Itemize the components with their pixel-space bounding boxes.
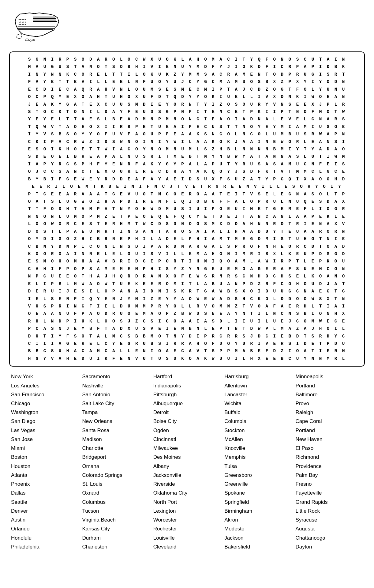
word-item: Pittsburgh xyxy=(151,390,223,399)
word-item: Akron xyxy=(223,515,294,524)
word-item: Spokane xyxy=(223,488,294,497)
word-item: New Haven xyxy=(294,435,365,444)
word-item: Sacramento xyxy=(80,372,151,381)
word-item: Cleveland xyxy=(151,542,223,551)
word-item: Hartford xyxy=(151,372,223,381)
word-item: Dallas xyxy=(9,488,80,497)
word-item: Syracuse xyxy=(294,515,365,524)
word-item: Portland xyxy=(294,426,365,435)
word-item: Des Moines xyxy=(151,453,223,462)
word-item: Austin xyxy=(9,515,80,524)
word-item: Oxnard xyxy=(80,488,151,497)
word-item: San Antonio xyxy=(80,390,151,399)
word-item: Orlando xyxy=(9,524,80,533)
word-item: Portland xyxy=(294,381,365,390)
word-item: Chattanooga xyxy=(294,533,365,542)
word-item: Fresno xyxy=(294,480,365,488)
word-item: Salt Lake City xyxy=(80,399,151,408)
word-item: Birmingham xyxy=(223,507,294,515)
word-item: Provo xyxy=(294,399,365,408)
usa-map-logo: ★★★★★ ★★★★★ ★★★★★ xyxy=(12,9,61,43)
word-item: Phoenix xyxy=(9,480,80,488)
word-column-5: MinneapolisPortlandBaltimoreProvoRaleigh… xyxy=(294,372,365,551)
word-item: Los Angeles xyxy=(9,381,80,390)
word-item: Modesto xyxy=(223,524,294,533)
word-item: Boston xyxy=(9,453,80,462)
word-item: Memphis xyxy=(223,453,294,462)
word-item: Bakersfield xyxy=(223,542,294,551)
word-column-1: New YorkLos AngelesSan FranciscoChicagoW… xyxy=(9,372,80,551)
word-item: Denver xyxy=(9,507,80,515)
word-item: Rochester xyxy=(151,524,223,533)
word-item: El Paso xyxy=(294,444,365,453)
word-item: Charlotte xyxy=(80,444,151,453)
word-item: Greensboro xyxy=(223,471,294,480)
word-item: Grand Rapids xyxy=(294,498,365,507)
word-column-4: HarrisburgAllentownLancasterWichitaBuffa… xyxy=(223,372,294,551)
word-item: Buffalo xyxy=(223,408,294,417)
word-item: Louisville xyxy=(151,533,223,542)
word-item: Springfield xyxy=(223,498,294,507)
word-item: Milwaukee xyxy=(151,444,223,453)
word-item: Albuquerque xyxy=(151,399,223,408)
word-item: Stockton xyxy=(223,426,294,435)
word-item: Oklahoma City xyxy=(151,488,223,497)
word-item: Wichita xyxy=(223,399,294,408)
word-item: Lancaster xyxy=(223,390,294,399)
word-item: North Port xyxy=(151,498,223,507)
word-item: Seattle xyxy=(9,498,80,507)
word-item: Las Vegas xyxy=(9,426,80,435)
word-item: Washington xyxy=(9,408,80,417)
word-item: Palm Bay xyxy=(294,471,365,480)
word-item: Jackson xyxy=(223,533,294,542)
word-item: Albany xyxy=(151,462,223,471)
word-item: Dayton xyxy=(294,542,365,551)
svg-text:★★★★★: ★★★★★ xyxy=(18,23,26,25)
word-item: Santa Rosa xyxy=(80,426,151,435)
word-item: Jacksonville xyxy=(151,471,223,480)
word-item: Worcester xyxy=(151,515,223,524)
svg-text:★★★★★: ★★★★★ xyxy=(18,21,26,23)
word-item: Cincinnati xyxy=(151,435,223,444)
word-item: Providence xyxy=(294,462,365,471)
word-item: Raleigh xyxy=(294,408,365,417)
word-item: Chicago xyxy=(9,399,80,408)
word-item: Columbia xyxy=(223,417,294,426)
word-item: Honolulu xyxy=(9,533,80,542)
word-item: Nashville xyxy=(80,381,151,390)
page-header: ★★★★★ ★★★★★ ★★★★★ xyxy=(0,0,374,46)
word-search-puzzle: S G N I R P S O D A R O L O C W X U O K … xyxy=(9,51,365,367)
word-item: Minneapolis xyxy=(294,372,365,381)
word-item: Durham xyxy=(80,533,151,542)
word-item: Miami xyxy=(9,444,80,453)
word-item: Charleston xyxy=(80,542,151,551)
svg-point-12 xyxy=(29,40,32,41)
word-item: San Jose xyxy=(9,435,80,444)
word-item: Richmond xyxy=(294,453,365,462)
word-item: Allentown xyxy=(223,381,294,390)
word-item: Fayetteville xyxy=(294,488,365,497)
word-item: St. Louis xyxy=(80,480,151,488)
word-item: Lexington xyxy=(151,507,223,515)
word-item: Greenville xyxy=(223,480,294,488)
word-item: Detroit xyxy=(151,408,223,417)
word-item: New York xyxy=(9,372,80,381)
word-item: Kansas City xyxy=(80,524,151,533)
word-item: Virginia Beach xyxy=(80,515,151,524)
word-item: Cape Coral xyxy=(294,417,365,426)
svg-point-11 xyxy=(25,39,29,41)
word-item: Colorado Springs xyxy=(80,471,151,480)
svg-point-13 xyxy=(32,40,34,41)
word-item: Harrisburg xyxy=(223,372,294,381)
word-item: Madison xyxy=(80,435,151,444)
word-column-3: HartfordIndianapolisPittsburghAlbuquerqu… xyxy=(151,372,223,551)
word-list: New YorkLos AngelesSan FranciscoChicagoW… xyxy=(9,372,365,551)
word-item: Augusta xyxy=(294,524,365,533)
word-item: Knoxville xyxy=(223,444,294,453)
word-item: Boise City xyxy=(151,417,223,426)
word-item: Little Rock xyxy=(294,507,365,515)
word-item: Tulsa xyxy=(223,462,294,471)
word-item: Atlanta xyxy=(9,471,80,480)
word-item: Ogden xyxy=(151,426,223,435)
puzzle-grid: S G N I R P S O D A R O L O C W X U O K … xyxy=(13,56,361,362)
